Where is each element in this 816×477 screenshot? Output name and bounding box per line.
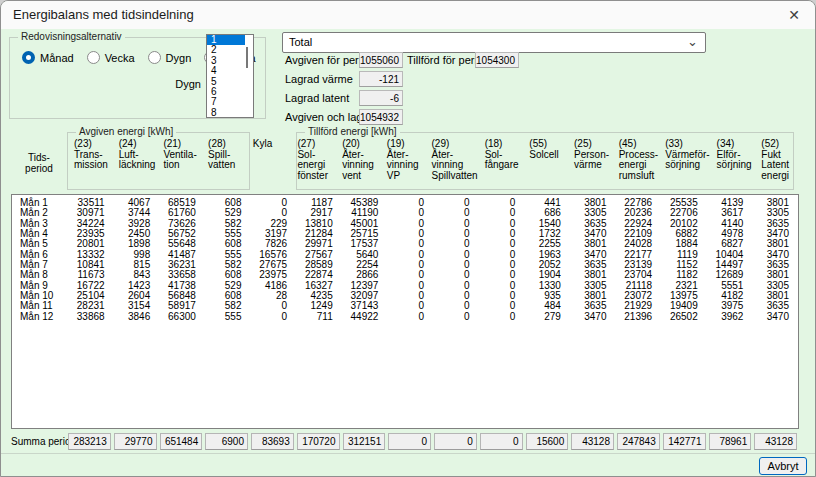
field-value-tillford-perioden: 1054300 [475, 52, 519, 68]
row-value: 0 [433, 229, 479, 239]
radio-option-vecka[interactable]: Vecka [87, 51, 135, 64]
group-label: Redovisningsalternativ [18, 31, 125, 42]
summary-value-box: 142771 [663, 433, 706, 450]
table-body: Mån 133511406768519608011874538900044138… [11, 194, 799, 429]
row-value: 28 [251, 291, 297, 301]
summary-value-box: 247843 [617, 433, 660, 450]
row-value: 0 [433, 260, 479, 270]
row-value: 3470 [752, 312, 798, 322]
radio-option-label: Dygn [166, 52, 192, 64]
close-icon[interactable]: ✕ [783, 5, 805, 25]
row-value: 0 [387, 312, 433, 322]
summary-value-box: 0 [434, 433, 477, 450]
summary-value-box: 15600 [526, 433, 569, 450]
row-value: 3962 [707, 312, 753, 322]
column-header-4: Kyla [246, 126, 291, 181]
column-header-0: (23) Trans- mission [67, 126, 112, 181]
row-value: 555 [205, 312, 251, 322]
row-value: 0 [433, 312, 479, 322]
summary-cell: 0 [433, 433, 479, 451]
dialog-body: Redovisningsalternativ MånadVeckaDygnTim… [1, 29, 815, 476]
radio-option-dygn[interactable]: Dygn [148, 51, 192, 64]
row-value: 66300 [159, 312, 205, 322]
row-value: 0 [433, 291, 479, 301]
summary-value-box: 651484 [160, 433, 203, 450]
summary-value-box: 43128 [754, 433, 797, 450]
row-value: 3470 [570, 312, 616, 322]
row-value: 0 [479, 291, 525, 301]
row-value: 0 [251, 198, 297, 208]
summary-cell: 0 [479, 433, 525, 451]
summary-value-box: 0 [388, 433, 431, 450]
column-header-15: (52) Fukt Latent energi [754, 126, 799, 181]
row-value: 0 [479, 229, 525, 239]
row-value: 0 [433, 219, 479, 229]
row-value: 0 [433, 198, 479, 208]
row-value: 0 [433, 208, 479, 218]
dygn-listbox[interactable]: 12345678 [206, 34, 254, 118]
row-value: 279 [524, 312, 570, 322]
summary-cell: 29770 [113, 433, 159, 451]
summary-cell: 15600 [525, 433, 571, 451]
column-header-2: (21) Ventila- tion [156, 126, 201, 181]
summary-value-box: 170720 [297, 433, 340, 450]
footer: Avbryt [1, 453, 815, 476]
column-header-1: (24) Luft- läckning [112, 126, 157, 181]
row-value: 0 [479, 250, 525, 260]
summary-value-box: 6900 [205, 433, 248, 450]
radio-circle-icon [148, 51, 161, 64]
row-value: 0 [479, 301, 525, 311]
row-value: 4186 [251, 281, 297, 291]
column-header-5: (27) Sol- energi fönster [290, 126, 335, 181]
cancel-button[interactable]: Avbryt [759, 457, 807, 475]
column-header-8: (29) Åter- vinning Spillvatten [425, 126, 478, 181]
row-value: 0 [479, 219, 525, 229]
radio-option-manad[interactable]: Månad [22, 51, 74, 64]
row-value: 0 [479, 281, 525, 291]
total-dropdown[interactable]: Total ⌄ [282, 32, 706, 53]
column-header-6: (20) Åter- vinning vent [335, 126, 380, 181]
summary-cell: 43128 [570, 433, 616, 451]
row-value: 0 [387, 281, 433, 291]
column-header-9: (18) Sol- fångare [478, 126, 523, 181]
summary-value-box: 312151 [343, 433, 386, 450]
row-value: 0 [387, 239, 433, 249]
summary-value-box: 43128 [571, 433, 614, 450]
column-header-13: (33) Värmeför- sörjning [658, 126, 709, 181]
field-label-lagrad-varme: Lagrad värme [285, 73, 353, 85]
summary-value-box: 29770 [114, 433, 157, 450]
row-value: 33868 [68, 312, 114, 322]
row-period: Mån 12 [12, 312, 68, 322]
field-value-avgiven-och-lagrad: 1054932 [359, 109, 403, 125]
energy-balance-dialog: Energibalans med tidsindelning ✕ Redovis… [0, 0, 816, 477]
listbox-item-8[interactable]: 8 [207, 108, 245, 118]
row-value: 0 [387, 250, 433, 260]
summary-cell: 312151 [342, 433, 388, 451]
summary-cell: 170720 [296, 433, 342, 451]
row-value: 0 [479, 208, 525, 218]
summary-value-box: 83693 [251, 433, 294, 450]
row-value: 3846 [114, 312, 160, 322]
summary-label: Summa period [11, 433, 67, 451]
summary-cell: 43128 [753, 433, 799, 451]
column-header-3: (28) Spill- vatten [201, 126, 246, 181]
row-value: 0 [387, 270, 433, 280]
summary-value-box: 78961 [709, 433, 752, 450]
column-header-12: (45) Process- energi rumsluft [612, 126, 658, 181]
listbox-scrollbar-thumb[interactable] [246, 47, 248, 68]
row-value: 21396 [616, 312, 662, 322]
field-value-lagrad-latent: -6 [359, 90, 403, 106]
column-header-10: (55) Solcell [522, 126, 567, 181]
table-header-grid: Tids- period(23) Trans- mission(24) Luft… [11, 126, 799, 181]
row-value: 0 [387, 219, 433, 229]
dropdown-value: Total [289, 36, 312, 48]
summary-cell: 0 [387, 433, 433, 451]
window-title: Energibalans med tidsindelning [13, 7, 194, 22]
row-value: 44922 [342, 312, 388, 322]
row-value: 0 [251, 301, 297, 311]
row-value: 0 [387, 291, 433, 301]
radio-circle-icon [22, 51, 35, 64]
radio-circle-icon [87, 51, 100, 64]
summary-value-box: 0 [480, 433, 523, 450]
summary-cell: 6900 [204, 433, 250, 451]
